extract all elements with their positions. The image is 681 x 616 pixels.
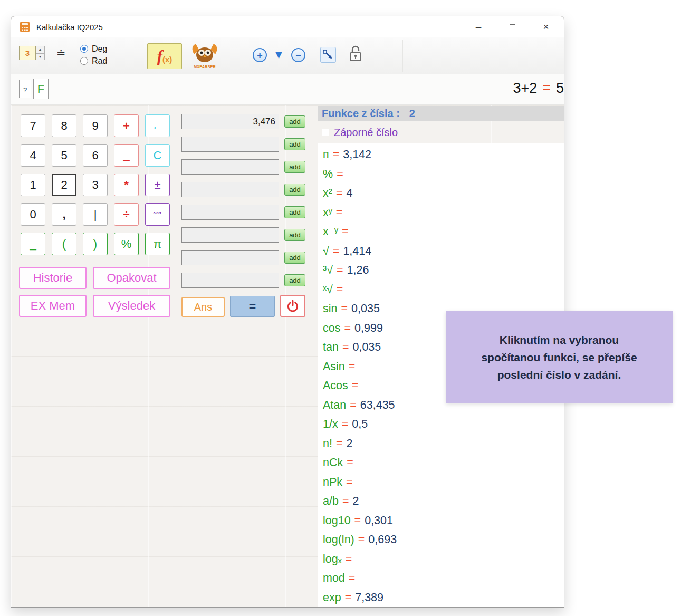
function-equals: =	[344, 319, 351, 338]
minimize-button[interactable]: –	[462, 16, 495, 37]
key-divide[interactable]: ÷	[114, 203, 139, 226]
add-button[interactable]: add	[284, 161, 305, 173]
key-clear[interactable]: C	[145, 144, 170, 167]
rad-radio[interactable]: Rad	[80, 55, 107, 67]
expression-input[interactable]	[181, 227, 279, 243]
power-button[interactable]	[280, 295, 305, 317]
spinner-arrows: ▲ ▼	[36, 46, 45, 60]
key-plusminus[interactable]: ±	[145, 174, 170, 196]
function-name: Acos	[323, 376, 348, 396]
zoom-in-button[interactable]: +	[253, 48, 267, 62]
function-row[interactable]: √ = 1,414	[323, 242, 564, 261]
key-minus[interactable]: _	[114, 144, 139, 167]
historie-button[interactable]: Historie	[19, 267, 87, 289]
add-button[interactable]: add	[284, 138, 305, 150]
spinner-up-icon[interactable]: ▲	[36, 46, 45, 53]
key-4[interactable]: 4	[21, 144, 45, 167]
maximize-button[interactable]	[495, 16, 529, 37]
key-6[interactable]: 6	[83, 144, 108, 167]
function-equals: =	[346, 550, 352, 569]
expression-input[interactable]	[181, 137, 279, 152]
key-rparen[interactable]: )	[83, 233, 108, 255]
add-button[interactable]: add	[284, 184, 305, 196]
function-value: 1,26	[347, 261, 369, 280]
function-row[interactable]: x² = 4	[323, 184, 564, 203]
function-row[interactable]: % =	[323, 165, 564, 184]
function-row[interactable]: xʸ =	[323, 203, 564, 223]
negative-number-option[interactable]: Záporné číslo	[322, 124, 398, 140]
fx-f-glyph: f	[157, 48, 162, 64]
function-row[interactable]: x⁻ʸ =	[323, 222, 564, 242]
iteration-value-input[interactable]	[19, 46, 36, 60]
function-row[interactable]: log10 = 0,301	[323, 511, 564, 531]
add-button[interactable]: add	[284, 274, 305, 286]
expression-input[interactable]	[181, 205, 279, 220]
function-row[interactable]: ³√ = 1,26	[323, 261, 564, 280]
add-button[interactable]: add	[284, 206, 305, 218]
expression-input[interactable]	[181, 114, 279, 129]
function-name: Asin	[323, 357, 345, 377]
add-button[interactable]: add	[284, 252, 305, 264]
mxparser-logo[interactable]: MXPARSER	[188, 42, 221, 71]
key-0[interactable]: 0	[21, 203, 45, 226]
fx-button[interactable]: f (x)	[147, 43, 182, 69]
title-bar[interactable]: Kalkulačka IQ2025 – ×	[11, 16, 564, 37]
opakovat-button[interactable]: Opakovat	[93, 267, 170, 289]
function-row[interactable]: logₓ =	[323, 550, 564, 569]
function-row[interactable]: nPk =	[323, 473, 564, 492]
key-dms[interactable]: °′″	[145, 203, 170, 226]
function-row[interactable]: nCk =	[323, 453, 564, 473]
key-lparen[interactable]: (	[52, 233, 76, 255]
key-comma[interactable]: ,	[52, 203, 76, 226]
function-row[interactable]: log(ln) = 0,693	[323, 530, 564, 550]
key-3[interactable]: 3	[83, 174, 108, 196]
key-2[interactable]: 2	[52, 174, 76, 196]
function-equals: =	[333, 242, 340, 261]
ans-button[interactable]: Ans	[181, 297, 225, 317]
key-underscore[interactable]: _	[21, 233, 45, 255]
vysledek-button[interactable]: Výsledek	[93, 295, 170, 317]
key-7[interactable]: 7	[21, 114, 45, 137]
help-button[interactable]: ?	[19, 80, 31, 98]
close-button[interactable]: ×	[529, 16, 563, 37]
key-1[interactable]: 1	[21, 174, 45, 196]
zoom-out-button[interactable]: −	[291, 48, 305, 62]
function-row[interactable]: mod =	[323, 569, 564, 588]
key-percent[interactable]: %	[114, 233, 139, 255]
function-row[interactable]: n! = 2	[323, 434, 564, 454]
lock-button[interactable]	[349, 44, 362, 63]
deg-radio[interactable]: Deg	[80, 43, 107, 55]
collapse-arrow-icon[interactable]: ▼	[273, 48, 284, 62]
function-row[interactable]: ˣ√ =	[323, 280, 564, 300]
function-row[interactable]: a/b = 2	[323, 492, 564, 511]
key-5[interactable]: 5	[52, 144, 76, 167]
function-row[interactable]: 1/x = 0,5	[323, 415, 564, 434]
negative-checkbox[interactable]	[322, 129, 329, 136]
function-row[interactable]: exp = 7,389	[323, 588, 564, 608]
key-pi[interactable]: π	[145, 233, 170, 255]
lock-icon	[349, 44, 362, 63]
add-button[interactable]: add	[284, 116, 305, 128]
function-value: 0,999	[354, 319, 383, 338]
keypad: 7 8 9 + ← 4 5 6 _ C 1 2 3 * ± 0 , | ÷ °′…	[21, 114, 170, 255]
key-multiply[interactable]: *	[114, 174, 139, 196]
expression-input[interactable]	[181, 250, 279, 265]
key-pipe[interactable]: |	[83, 203, 108, 226]
resize-button[interactable]	[320, 47, 336, 63]
key-9[interactable]: 9	[83, 114, 108, 137]
key-8[interactable]: 8	[52, 114, 76, 137]
f-button[interactable]: F	[33, 79, 49, 99]
function-equals: =	[350, 396, 357, 415]
expression-input[interactable]	[181, 273, 279, 288]
equals-button[interactable]: =	[230, 296, 275, 317]
iteration-spinner[interactable]: ▲ ▼	[19, 46, 45, 60]
function-row[interactable]: п = 3,142	[323, 145, 564, 165]
key-plus[interactable]: +	[114, 114, 139, 137]
spinner-down-icon[interactable]: ▼	[36, 53, 45, 61]
add-button[interactable]: add	[284, 229, 305, 241]
expression-input[interactable]	[181, 159, 279, 175]
key-backspace[interactable]: ←	[145, 114, 170, 137]
function-equals: =	[336, 434, 343, 454]
expression-input[interactable]	[181, 182, 279, 197]
exmem-button[interactable]: EX Mem	[19, 295, 87, 317]
